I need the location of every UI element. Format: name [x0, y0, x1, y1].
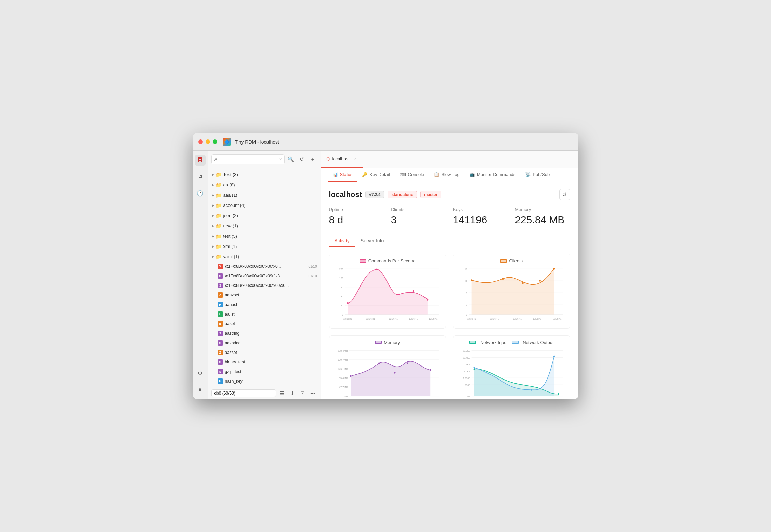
list-item[interactable]: H hash_key — [208, 376, 321, 386]
close-button[interactable] — [198, 139, 203, 144]
svg-text:143.1MB: 143.1MB — [337, 368, 348, 371]
key-label: aaset — [225, 321, 317, 326]
svg-text:12:36:41: 12:36:41 — [467, 318, 476, 320]
type-badge-s: S — [218, 340, 223, 346]
svg-point-15 — [412, 290, 414, 292]
tab-bar: ⬡ localhost × — [321, 151, 578, 168]
tab-slow-log[interactable]: 📋 Slow Log — [429, 168, 464, 182]
db-select[interactable]: db0 (60/60) db1 db2 — [211, 389, 276, 397]
type-badge-s: S — [218, 359, 223, 365]
tab-activity[interactable]: Activity — [329, 235, 355, 247]
key-list-panel: A ? 🔍 ↺ + ▶ 📁 Test (3) ▶ 📁 aa (8 — [208, 151, 321, 399]
svg-point-12 — [347, 302, 349, 304]
svg-point-56 — [394, 372, 395, 373]
tab-console[interactable]: ⌨ Console — [395, 168, 429, 182]
tab-close-icon[interactable]: × — [354, 156, 357, 162]
tree-item-account[interactable]: ▶ 📁 account (4) — [208, 200, 321, 210]
tree-item-aaa[interactable]: ▶ 📁 aaa (1) — [208, 190, 321, 200]
settings-icon: ⚙ — [198, 370, 202, 376]
chart-svg-cps: 200 160 120 80 40 0 — [334, 266, 442, 323]
minimize-button[interactable] — [206, 139, 210, 144]
tree-item-aa[interactable]: ▶ 📁 aa (8) — [208, 179, 321, 190]
chevron-right-icon: ▶ — [211, 203, 215, 208]
tab-pubsub-label: Pub/Sub — [533, 172, 550, 177]
svg-point-80 — [536, 387, 538, 388]
more-options-icon[interactable]: ••• — [309, 389, 317, 397]
list-view-icon[interactable]: ☰ — [278, 389, 286, 397]
list-item[interactable]: L aalist — [208, 309, 321, 319]
folder-icon: 📁 — [215, 234, 222, 238]
refresh-status-button[interactable]: ↺ — [559, 189, 570, 200]
folder-icon: 📁 — [215, 254, 222, 259]
key-label: aalist — [225, 312, 317, 317]
list-item[interactable]: S gzip_test — [208, 367, 321, 376]
key-detail-icon: 🔑 — [362, 172, 367, 177]
svg-text:12: 12 — [465, 280, 467, 283]
svg-text:0B: 0B — [467, 395, 470, 398]
svg-point-33 — [502, 278, 504, 280]
svg-text:1.5KB: 1.5KB — [463, 370, 470, 373]
chevron-right-icon: ▶ — [211, 254, 215, 259]
chart-legend-box-memory — [375, 341, 382, 344]
tree-item-test2[interactable]: ▶ 📁 test (5) — [208, 231, 321, 241]
stat-keys: Keys 141196 — [453, 207, 508, 226]
check-icon[interactable]: ☑ — [299, 389, 307, 397]
standalone-badge: standalone — [388, 191, 417, 198]
svg-text:2.9KB: 2.9KB — [463, 349, 470, 352]
stat-memory-label: Memory — [515, 207, 570, 212]
key-list-toolbar: A ? 🔍 ↺ + — [208, 151, 321, 168]
sidebar-item-github[interactable]: ● — [195, 384, 206, 395]
tab-monitor-commands[interactable]: 📺 Monitor Commands — [465, 168, 520, 182]
add-key-button[interactable]: + — [308, 155, 317, 164]
chevron-right-icon: ▶ — [211, 244, 215, 249]
tab-server-info[interactable]: Server Info — [355, 235, 389, 247]
type-badge-s: S — [218, 369, 223, 374]
download-icon[interactable]: ⬇ — [288, 389, 297, 397]
list-item[interactable]: S \x1F\x8B\x08\x00\x00\x00\x00\x0... — [208, 281, 321, 290]
sidebar-item-server[interactable]: 🖥 — [195, 171, 206, 182]
svg-text:2.4KB: 2.4KB — [463, 356, 470, 359]
chart-svg-network: 2.9KB 2.4KB 2KB 1.5KB 1000B 500B 0B — [457, 348, 566, 399]
sidebar-item-history[interactable]: 🕐 — [195, 188, 206, 199]
list-item[interactable]: S aastring — [208, 329, 321, 338]
svg-text:1000B: 1000B — [463, 376, 471, 380]
type-badge-z: Z — [218, 292, 223, 298]
maximize-button[interactable] — [213, 139, 217, 144]
list-item[interactable]: H aahash — [208, 300, 321, 309]
folder-icon: 📁 — [215, 244, 222, 249]
list-item[interactable]: Z aazset — [208, 348, 321, 357]
filter-input[interactable] — [219, 157, 277, 162]
type-badge-s: S — [218, 273, 223, 279]
help-icon: ? — [279, 157, 282, 162]
tree-item-json[interactable]: ▶ 📁 json (2) — [208, 210, 321, 221]
sidebar-item-database[interactable]: 🗄 — [195, 155, 206, 166]
chart-legend-box-cps — [360, 259, 366, 263]
list-item[interactable]: X \x1F\x8B\x08\x00\x00\x00\x0... 01/10 — [208, 262, 321, 271]
tree-item-xml[interactable]: ▶ 📁 xml (1) — [208, 241, 321, 251]
type-badge-h: H — [218, 378, 223, 384]
list-item[interactable]: S aazbddd — [208, 338, 321, 348]
search-button[interactable]: 🔍 — [287, 155, 296, 164]
type-badge-s: S — [218, 331, 223, 336]
chevron-right-icon: ▶ — [211, 172, 215, 177]
sidebar-item-settings[interactable]: ⚙ — [195, 368, 206, 378]
tab-console-label: Console — [408, 172, 424, 177]
list-item[interactable]: E aaset — [208, 319, 321, 329]
tree-item-yaml[interactable]: ▶ 📁 yaml (1) — [208, 251, 321, 262]
tab-key-detail[interactable]: 🔑 Key Detail — [357, 168, 394, 182]
refresh-button[interactable]: ↺ — [297, 155, 306, 164]
tab-status[interactable]: 📊 Status — [328, 168, 357, 182]
svg-point-54 — [350, 375, 351, 377]
chart-label-input: Network Input — [480, 340, 508, 345]
tree-item-new[interactable]: ▶ 📁 new (1) — [208, 221, 321, 231]
list-item[interactable]: Z aaazset — [208, 290, 321, 300]
tab-pubsub[interactable]: 📡 Pub/Sub — [520, 168, 554, 182]
svg-text:190.7MB: 190.7MB — [337, 358, 348, 361]
list-item[interactable]: S binary_test — [208, 357, 321, 367]
stat-uptime-value: 8 d — [329, 214, 384, 226]
list-item[interactable]: S \x1F\x8B\x08\x00\x00\x09n\x8... 01/10 — [208, 271, 321, 281]
chart-label-cps: Commands Per Second — [368, 258, 416, 263]
svg-point-32 — [471, 279, 472, 281]
tree-item-test[interactable]: ▶ 📁 Test (3) — [208, 169, 321, 179]
tab-localhost[interactable]: ⬡ localhost × — [321, 151, 363, 168]
